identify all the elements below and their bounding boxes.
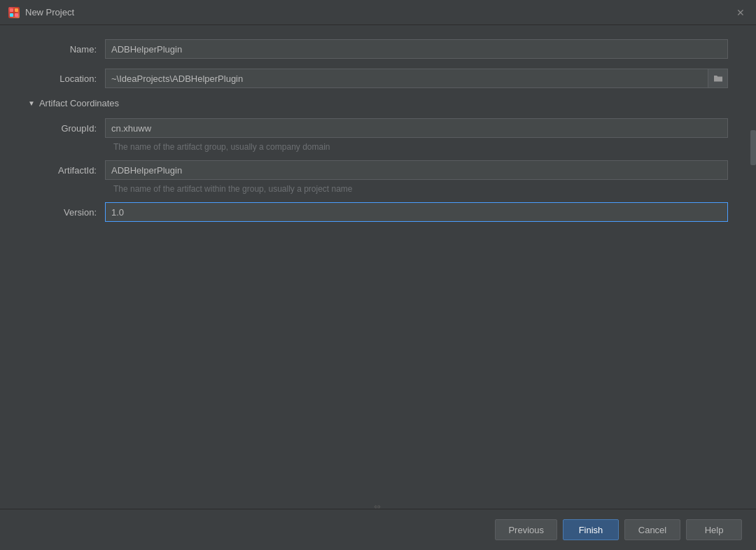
scrollbar-thumb[interactable] — [750, 130, 756, 165]
location-row: Location: — [28, 69, 728, 88]
artifactid-row: ArtifactId: — [28, 160, 728, 180]
artifactid-input[interactable] — [105, 160, 728, 180]
groupid-label: GroupId: — [28, 123, 105, 134]
location-label: Location: — [28, 73, 105, 84]
finish-button[interactable]: Finish — [563, 519, 619, 540]
svg-rect-1 — [15, 8, 18, 12]
artifactid-hint: The name of the artifact within the grou… — [113, 184, 728, 194]
dialog-container: New Project ✕ Name: Location: — [0, 0, 756, 550]
close-button[interactable]: ✕ — [734, 6, 748, 20]
content-area: Name: Location: ▼ Artifact Coordinates — [0, 25, 756, 246]
title-bar: New Project ✕ — [0, 0, 756, 25]
name-row: Name: — [28, 39, 728, 59]
folder-browse-button[interactable] — [708, 69, 728, 88]
name-label: Name: — [28, 44, 105, 55]
location-input-group — [105, 69, 728, 88]
version-label: Version: — [28, 207, 105, 218]
groupid-input[interactable] — [105, 118, 728, 138]
groupid-row: GroupId: — [28, 118, 728, 138]
cancel-button[interactable]: Cancel — [624, 519, 680, 540]
artifact-coordinates-section: ▼ Artifact Coordinates GroupId: The name… — [28, 98, 728, 222]
location-input[interactable] — [105, 69, 708, 88]
svg-rect-0 — [10, 8, 13, 12]
dialog-title: New Project — [25, 7, 74, 17]
groupid-hint: The name of the artifact group, usually … — [113, 142, 728, 152]
artifact-section-title: Artifact Coordinates — [39, 98, 119, 108]
name-input[interactable] — [105, 39, 728, 59]
button-row: Previous Finish Cancel Help — [14, 519, 742, 540]
svg-rect-3 — [15, 13, 18, 17]
app-icon — [8, 7, 20, 18]
scrollbar-track — [750, 25, 756, 526]
svg-rect-2 — [10, 13, 13, 17]
artifactid-label: ArtifactId: — [28, 165, 105, 176]
artifact-header[interactable]: ▼ Artifact Coordinates — [28, 98, 728, 108]
version-input[interactable] — [105, 202, 728, 222]
version-row: Version: — [28, 202, 728, 222]
collapse-arrow-icon: ▼ — [28, 99, 35, 107]
bottom-button-area: Previous Finish Cancel Help — [0, 509, 756, 550]
help-button[interactable]: Help — [686, 519, 742, 540]
title-bar-left: New Project — [8, 7, 74, 18]
previous-button[interactable]: Previous — [495, 519, 557, 540]
